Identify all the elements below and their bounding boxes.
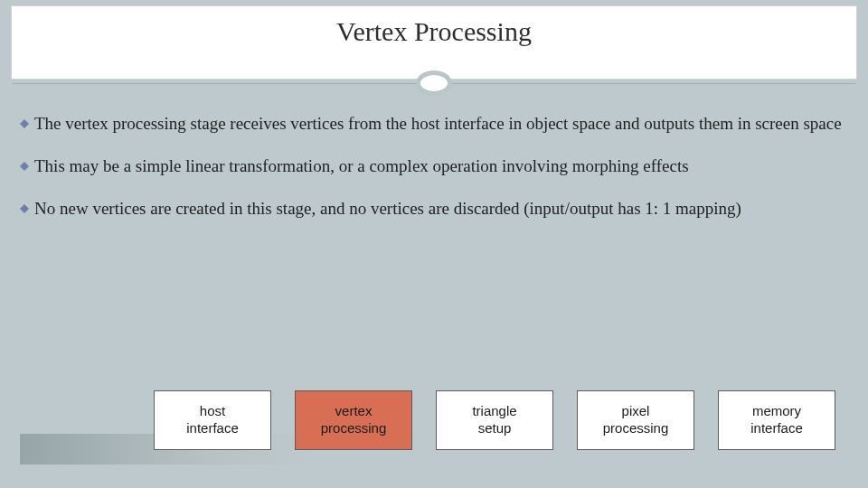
stage-label: vertexprocessing: [321, 403, 387, 437]
bullet-item: No new vertices are created in this stag…: [20, 192, 848, 225]
stage-host-interface: hostinterface: [154, 390, 271, 450]
stage-pixel-processing: pixelprocessing: [577, 390, 694, 450]
pipeline-row: hostinterface vertexprocessing triangles…: [154, 390, 835, 450]
slide: Vertex Processing The vertex processing …: [0, 0, 868, 488]
stage-label: hostinterface: [186, 403, 239, 437]
bullet-item: This may be a simple linear transformati…: [20, 149, 848, 183]
bullet-text: No new vertices are created in this stag…: [34, 199, 741, 218]
svg-marker-1: [20, 162, 29, 171]
stage-label: trianglesetup: [472, 403, 516, 437]
stage-label: memoryinterface: [750, 403, 803, 437]
diamond-icon: [20, 204, 29, 213]
bullet-item: The vertex processing stage receives ver…: [20, 107, 848, 140]
svg-marker-0: [20, 119, 29, 128]
stage-vertex-processing: vertexprocessing: [295, 390, 412, 450]
bullet-text: This may be a simple linear transformati…: [34, 156, 689, 175]
diamond-icon: [20, 119, 29, 128]
stage-triangle-setup: trianglesetup: [436, 390, 553, 450]
body-text: The vertex processing stage receives ver…: [20, 107, 848, 234]
svg-marker-2: [20, 204, 29, 213]
diamond-icon: [20, 162, 29, 171]
stage-memory-interface: memoryinterface: [718, 390, 835, 450]
bullet-text: The vertex processing stage receives ver…: [34, 114, 842, 133]
page-title: Vertex Processing: [0, 16, 868, 47]
ring-ornament-icon: [416, 70, 452, 96]
stage-label: pixelprocessing: [603, 403, 669, 437]
